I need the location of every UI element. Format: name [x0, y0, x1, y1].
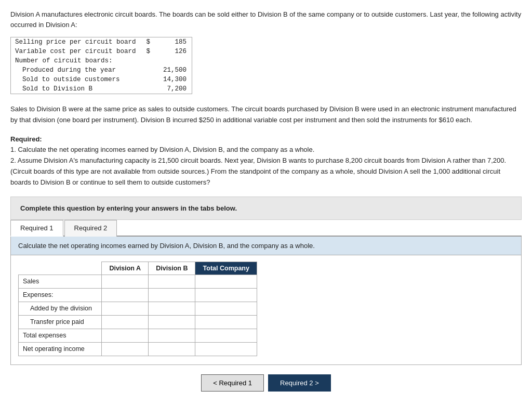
complete-box: Complete this question by entering your …: [10, 197, 522, 220]
row-value: 14,300: [155, 75, 192, 84]
answer-input-cell[interactable]: [149, 329, 195, 342]
tab-req1[interactable]: Required 1: [10, 220, 63, 237]
row-label: Selling price per circuit board: [11, 37, 141, 47]
answer-input-cell[interactable]: [102, 329, 149, 342]
dollar-sign: $: [141, 37, 156, 47]
tabs-container: Required 1Required 2 Calculate the net o…: [10, 220, 522, 365]
col-header-1: Division A: [102, 262, 149, 275]
row-label: Variable cost per circuit board: [11, 47, 141, 56]
answer-input-cell[interactable]: [102, 275, 149, 288]
answer-input-cell[interactable]: [195, 275, 257, 288]
required1-nav-button[interactable]: < Required 1: [201, 374, 264, 392]
table-row: Sales: [19, 275, 257, 288]
data-table-row: Selling price per circuit board$185: [11, 37, 192, 47]
row-label: Sold to Division B: [11, 84, 141, 94]
answer-input-cell[interactable]: [149, 288, 195, 302]
required-item-1: 1. Calculate the net operating incomes e…: [10, 146, 314, 153]
answer-row-label: Transfer price paid: [19, 315, 102, 329]
answer-input-cell[interactable]: [149, 342, 195, 356]
answer-table: Division ADivision BTotal Company SalesE…: [18, 262, 257, 356]
answer-input-cell[interactable]: [102, 342, 149, 356]
table-row: Total expenses: [19, 329, 257, 342]
dollar-sign: [141, 75, 156, 84]
col-header-3: Total Company: [195, 262, 257, 275]
answer-input-cell[interactable]: [102, 302, 149, 315]
answer-row-label: Sales: [19, 275, 102, 288]
intro-paragraph: Division A manufactures electronic circu…: [10, 9, 522, 30]
col-header-2: Division B: [149, 262, 195, 275]
dollar-sign: [141, 56, 156, 66]
answer-input-cell[interactable]: [149, 302, 195, 315]
tab-description: Calculate the net operating incomes earn…: [11, 237, 521, 255]
complete-box-text: Complete this question by entering your …: [20, 204, 237, 212]
answer-input-cell[interactable]: [102, 288, 149, 302]
data-table-wrapper: Selling price per circuit board$185Varia…: [10, 37, 192, 94]
activity-table: Selling price per circuit board$185Varia…: [11, 37, 192, 94]
answer-input-cell[interactable]: [149, 275, 195, 288]
answer-input-cell[interactable]: [195, 288, 257, 302]
table-row: Expenses:: [19, 288, 257, 302]
table-row: Transfer price paid: [19, 315, 257, 329]
table-row: Added by the division: [19, 302, 257, 315]
answer-table-wrapper: Division ADivision BTotal Company SalesE…: [11, 255, 521, 364]
tab-req2[interactable]: Required 2: [64, 220, 117, 237]
bottom-nav: < Required 1 Required 2 >: [10, 374, 522, 392]
dollar-sign: [141, 66, 156, 75]
required-heading: Required:: [10, 135, 42, 143]
dollar-sign: $: [141, 47, 156, 56]
answer-input-cell[interactable]: [102, 315, 149, 329]
answer-row-label: Total expenses: [19, 329, 102, 342]
data-table-row: Sold to Division B7,200: [11, 84, 192, 94]
answer-row-label: Added by the division: [19, 302, 102, 315]
row-label: Number of circuit boards:: [11, 56, 141, 66]
row-value: [155, 56, 192, 66]
required-item-2: 2. Assume Division A's manufacturing cap…: [10, 157, 506, 186]
data-table-row: Variable cost per circuit board$126: [11, 47, 192, 56]
required-section: Required: 1. Calculate the net operating…: [10, 134, 522, 188]
dollar-sign: [141, 84, 156, 94]
required2-nav-button[interactable]: Required 2 >: [268, 374, 331, 392]
col-header-0: [19, 262, 102, 275]
data-table-row: Produced during the year21,500: [11, 66, 192, 75]
data-table-row: Number of circuit boards:: [11, 56, 192, 66]
answer-row-label: Net operating income: [19, 342, 102, 356]
answer-input-cell[interactable]: [195, 302, 257, 315]
row-value: 185: [155, 37, 192, 47]
answer-input-cell[interactable]: [195, 329, 257, 342]
row-value: 126: [155, 47, 192, 56]
middle-paragraph: Sales to Division B were at the same pri…: [10, 104, 522, 126]
tabs-row: Required 1Required 2: [10, 220, 522, 237]
row-value: 7,200: [155, 84, 192, 94]
row-label: Produced during the year: [11, 66, 141, 75]
answer-input-cell[interactable]: [149, 315, 195, 329]
answer-input-cell[interactable]: [195, 315, 257, 329]
row-value: 21,500: [155, 66, 192, 75]
tab-content: Calculate the net operating incomes earn…: [10, 237, 522, 365]
answer-input-cell[interactable]: [195, 342, 257, 356]
row-label: Sold to outside customers: [11, 75, 141, 84]
answer-row-label: Expenses:: [19, 288, 102, 302]
table-row: Net operating income: [19, 342, 257, 356]
data-table-row: Sold to outside customers14,300: [11, 75, 192, 84]
